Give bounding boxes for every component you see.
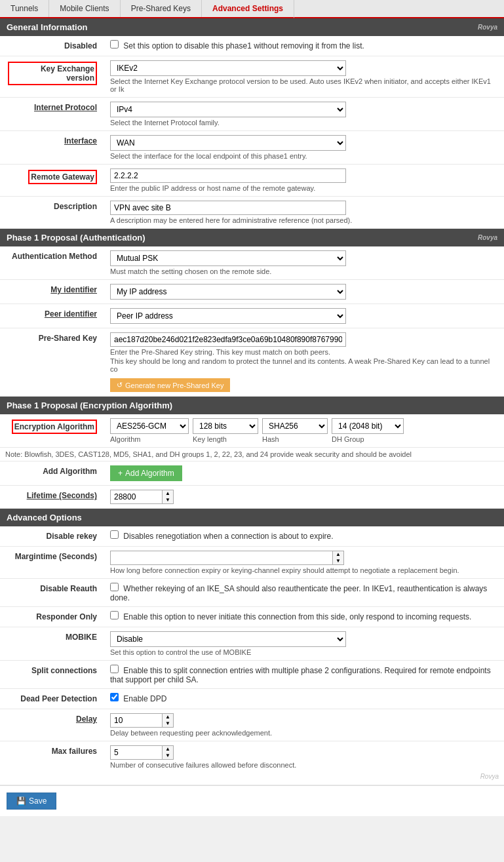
internet-protocol-help: Select the Internet Protocol family. xyxy=(110,119,499,127)
lifetime-input[interactable]: 28800 xyxy=(110,490,163,504)
enc-note: Note: Blowfish, 3DES, CAST128, MD5, SHA1… xyxy=(0,448,504,461)
split-connections-row: Split connections Enable this to split c… xyxy=(0,661,504,689)
add-algorithm-button[interactable]: + Add Algorithm xyxy=(110,465,182,481)
save-button[interactable]: 💾 Save xyxy=(7,793,56,810)
lifetime-label-cell: Lifetime (Seconds) xyxy=(0,486,105,509)
hash-col: SHA256 Hash xyxy=(262,418,328,443)
max-failures-spin-up[interactable]: ▲ xyxy=(163,746,173,753)
enc-algorithm-label-cell: Encryption Algorithm xyxy=(0,414,105,448)
auth-method-row: Authentication Method Mutual PSK Must ma… xyxy=(0,246,504,280)
split-connections-help: Enable this to split connection entries … xyxy=(110,666,491,684)
psk-label-cell: Pre-Shared Key xyxy=(0,328,105,397)
lifetime-spin-buttons: ▲ ▼ xyxy=(163,490,174,504)
hash-select[interactable]: SHA256 xyxy=(262,418,328,434)
hash-label: Hash xyxy=(262,435,328,443)
interface-label: Interface xyxy=(64,136,97,146)
disable-reauth-checkbox[interactable] xyxy=(110,583,119,591)
margintime-spin-up[interactable]: ▲ xyxy=(333,551,343,558)
disable-rekey-checkbox[interactable] xyxy=(110,530,119,539)
mobike-help: Set this option to control the use of MO… xyxy=(110,648,499,656)
auth-method-select[interactable]: Mutual PSK xyxy=(110,250,346,266)
key-length-label: Key length xyxy=(193,435,258,443)
margintime-label-cell: Margintime (Seconds) xyxy=(0,547,105,579)
psk-help2: This key should be long and random to pr… xyxy=(110,357,499,373)
remote-gateway-input[interactable]: 2.2.2.2 xyxy=(110,168,346,183)
key-length-select[interactable]: 128 bits xyxy=(193,418,258,434)
phase1-enc-table: Encryption Algorithm AES256-GCM Algorith… xyxy=(0,414,504,448)
generate-psk-button[interactable]: ↺ Generate new Pre-Shared Key xyxy=(110,378,230,392)
remote-gateway-label: Remote Gateway xyxy=(28,170,97,184)
margintime-spin-buttons: ▲ ▼ xyxy=(333,551,344,565)
delay-spin-up[interactable]: ▲ xyxy=(163,714,173,720)
max-failures-help: Number of consecutive failures allowed b… xyxy=(110,761,499,769)
dead-peer-checkbox[interactable] xyxy=(110,693,119,701)
delay-label: Delay xyxy=(76,715,97,724)
split-connections-checkbox[interactable] xyxy=(110,665,119,673)
key-exchange-label-cell: Key Exchange version xyxy=(0,56,105,98)
delay-spin-down[interactable]: ▼ xyxy=(163,720,173,727)
responder-only-checkbox[interactable] xyxy=(110,611,119,619)
tab-mobile-clients[interactable]: Mobile Clients xyxy=(49,0,120,17)
lifetime-spin-up[interactable]: ▲ xyxy=(163,490,173,497)
remote-gateway-label-cell: Remote Gateway xyxy=(0,165,105,197)
dh-group-select[interactable]: 14 (2048 bit) xyxy=(332,418,404,434)
psk-input[interactable]: aec187d20be246d021f2e823edfa9f3ce0a69b10… xyxy=(110,332,346,347)
responder-only-control: Enable this option to never initiate thi… xyxy=(105,607,504,627)
phase1-auth-logo: Rovya xyxy=(478,234,497,241)
remote-gateway-row: Remote Gateway 2.2.2.2 Enter the public … xyxy=(0,165,504,197)
dead-peer-row: Dead Peer Detection Enable DPD xyxy=(0,689,504,709)
key-length-col: 128 bits Key length xyxy=(193,418,258,443)
my-identifier-label: My identifier xyxy=(50,285,97,294)
max-failures-input[interactable]: 5 xyxy=(110,745,163,760)
auth-method-control: Mutual PSK Must match the setting chosen… xyxy=(105,246,504,280)
general-info-table: Disabled Set this option to disable this… xyxy=(0,36,504,229)
margintime-input[interactable] xyxy=(110,551,333,565)
my-identifier-select[interactable]: My IP address xyxy=(110,284,346,300)
key-exchange-select[interactable]: IKEv2 xyxy=(110,60,346,76)
footer-bar: 💾 Save xyxy=(0,785,504,816)
interface-label-cell: Interface xyxy=(0,131,105,165)
interface-select[interactable]: WAN xyxy=(110,135,346,151)
dead-peer-value: Enable DPD xyxy=(123,694,166,703)
margintime-spin-down[interactable]: ▼ xyxy=(333,558,343,564)
key-exchange-help: Select the Internet Key Exchange protoco… xyxy=(110,77,499,93)
max-failures-spin-down[interactable]: ▼ xyxy=(163,753,173,759)
peer-identifier-label-cell: Peer identifier xyxy=(0,304,105,328)
mobike-select[interactable]: Disable xyxy=(110,631,346,647)
phase1-auth-title: Phase 1 Proposal (Authentication) xyxy=(7,233,145,243)
advanced-options-title: Advanced Options xyxy=(7,513,82,522)
add-algorithm-button-label: Add Algorithm xyxy=(125,469,174,478)
disable-reauth-help: Whether rekeying of an IKE_SA should als… xyxy=(110,584,487,602)
max-failures-label-cell: Max failures xyxy=(0,741,105,785)
add-algorithm-control: + Add Algorithm xyxy=(105,461,504,486)
delay-input[interactable]: 10 xyxy=(110,713,163,728)
algorithm-select[interactable]: AES256-GCM xyxy=(110,418,189,434)
description-input[interactable]: VPN avec site B xyxy=(110,201,346,215)
peer-identifier-label: Peer identifier xyxy=(45,309,97,319)
disabled-control: Set this option to disable this phase1 w… xyxy=(105,36,504,56)
interface-control: WAN Select the interface for the local e… xyxy=(105,131,504,165)
tab-pre-shared-keys[interactable]: Pre-Shared Keys xyxy=(121,0,202,17)
peer-identifier-control: Peer IP address xyxy=(105,304,504,328)
description-control: VPN avec site B A description may be ent… xyxy=(105,197,504,229)
tab-tunnels[interactable]: Tunnels xyxy=(0,0,49,17)
lifetime-spin-down[interactable]: ▼ xyxy=(163,497,173,503)
peer-identifier-row: Peer identifier Peer IP address xyxy=(0,304,504,328)
responder-only-help: Enable this option to never initiate thi… xyxy=(123,612,471,621)
margintime-spinbox: ▲ ▼ xyxy=(110,551,344,565)
enc-algorithm-control: AES256-GCM Algorithm 128 bits Key length… xyxy=(105,414,504,448)
peer-identifier-select[interactable]: Peer IP address xyxy=(110,308,346,324)
delay-control: 10 ▲ ▼ Delay between requesting peer ack… xyxy=(105,709,504,741)
enc-algorithm-label: Encryption Algorithm xyxy=(12,420,97,434)
internet-protocol-control: IPv4 Select the Internet Protocol family… xyxy=(105,98,504,131)
disable-rekey-help: Disables renegotiation when a connection… xyxy=(123,532,333,541)
lifetime-row: Lifetime (Seconds) 28800 ▲ ▼ xyxy=(0,486,504,509)
interface-row: Interface WAN Select the interface for t… xyxy=(0,131,504,165)
save-icon: 💾 xyxy=(16,796,26,806)
tab-advanced-settings[interactable]: Advanced Settings xyxy=(202,0,294,18)
responder-only-label-cell: Responder Only xyxy=(0,607,105,627)
internet-protocol-select[interactable]: IPv4 xyxy=(110,102,346,117)
disabled-checkbox[interactable] xyxy=(110,40,119,49)
add-algorithm-label-cell: Add Algorithm xyxy=(0,461,105,486)
remote-gateway-control: 2.2.2.2 Enter the public IP address or h… xyxy=(105,165,504,197)
